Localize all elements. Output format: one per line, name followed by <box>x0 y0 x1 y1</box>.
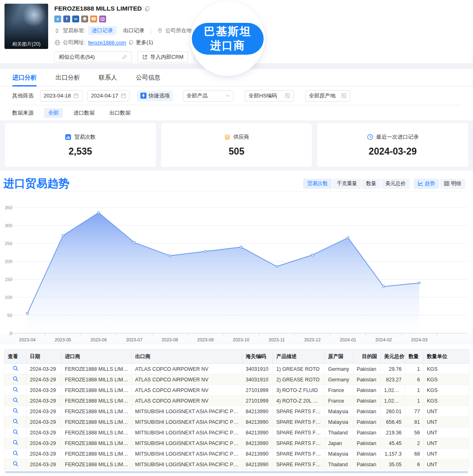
column-header[interactable]: 日期 <box>27 350 62 364</box>
column-header[interactable]: 数量单位 <box>424 350 469 364</box>
trade-tags-label: 贸易标签: <box>63 27 86 34</box>
cell-origin-country: Malaysia <box>325 417 353 427</box>
column-header[interactable]: 进口商 <box>62 350 132 364</box>
company-photo[interactable]: 相关图片(20) <box>4 4 48 49</box>
view-record-button[interactable] <box>4 396 27 406</box>
date-from-input[interactable]: 2023-04-18 <box>40 90 82 102</box>
search-icon <box>13 429 18 435</box>
tab[interactable]: 公司信息 <box>136 69 160 86</box>
cell-importer: FEROZE1888 MILLS LIMITED <box>62 374 132 385</box>
cell-product: SPARE PARTS FOR <box>273 449 325 459</box>
export-record-tag[interactable]: 出口记录 <box>123 27 144 34</box>
cell-origin-country: Thailand <box>325 427 353 438</box>
column-header[interactable]: 目的国 <box>353 350 381 364</box>
import-crm-button[interactable]: 导入内部CRM <box>138 51 188 62</box>
stat-value: 2024-03-29 <box>369 146 417 157</box>
camera-icon[interactable] <box>99 15 106 22</box>
company-header: 相关图片(20) FEROZE1888 MILLS LIMITED e f in… <box>0 0 473 63</box>
cell-usd-total: 656.45 <box>381 417 405 427</box>
column-header[interactable]: 美元总价 <box>381 350 405 364</box>
cell-exporter: ATLAS COPCO AIRPOWER NV <box>132 396 242 406</box>
svg-text:200: 200 <box>5 259 12 264</box>
column-header[interactable]: 海关编码 <box>242 350 273 364</box>
tab[interactable]: 出口分析 <box>56 69 80 86</box>
website-link[interactable]: feroze1888.com <box>88 40 126 46</box>
date-to-input[interactable]: 2024-04-17 <box>87 90 130 102</box>
column-header[interactable]: 出口商 <box>132 350 242 364</box>
trade-records-table: 查看日期进口商出口商海关编码产品描述原产国目的国美元总价数量数量单位 2024-… <box>4 349 469 470</box>
view-record-button[interactable] <box>4 438 27 449</box>
column-header[interactable]: 产品描述 <box>273 350 325 364</box>
svg-text:2023-04: 2023-04 <box>19 337 36 342</box>
svg-text:100: 100 <box>5 295 12 300</box>
import-trend-section: 进口贸易趋势 贸易次数千克重量数量美元总价 趋势 明细 <box>0 171 473 344</box>
search-icon <box>13 440 18 445</box>
stat-label: 供应商 <box>233 133 249 141</box>
trade-tag-icon <box>54 28 60 34</box>
view-record-button[interactable] <box>4 385 27 396</box>
hs-code-select[interactable]: 全部HS编码 <box>245 90 294 102</box>
data-source-option[interactable]: 进口数据 <box>69 108 99 118</box>
product-select[interactable]: 全部产品 <box>183 90 233 102</box>
view-record-button[interactable] <box>4 427 27 438</box>
cell-importer: FEROZE1888 MILLS LIMITED <box>62 417 132 427</box>
view-record-button[interactable] <box>4 406 27 417</box>
cell-date: 2024-03-29 <box>27 396 62 406</box>
metric-button[interactable]: 美元总价 <box>381 179 410 189</box>
cell-quantity-unit: KGS <box>424 385 469 396</box>
cell-destination-country: Pakistan <box>353 417 381 427</box>
search-icon <box>13 408 18 414</box>
column-header[interactable]: 原产国 <box>325 350 353 364</box>
linkedin-icon[interactable]: in <box>72 15 79 22</box>
horizontal-scrollbar[interactable] <box>5 471 468 473</box>
social-icons: e f in ☎ <box>54 15 473 22</box>
search-icon <box>13 365 18 371</box>
line-chart-icon <box>418 181 423 186</box>
cell-destination-country: Pakistan <box>353 459 381 470</box>
cell-exporter: ATLAS COPCO AIRPOWER NV <box>132 374 242 385</box>
cell-origin-country: Germany <box>325 364 353 374</box>
other-filters-label[interactable]: 其他筛选 <box>12 92 33 100</box>
cell-exporter: MITSUBISHI LOGISNEXT ASIA PACIFIC PTE. L… <box>132 438 242 449</box>
cell-usd-total: 35.05 <box>381 459 405 470</box>
detail-view-button[interactable]: 明细 <box>440 179 465 189</box>
copy-icon[interactable] <box>129 40 133 45</box>
copy-icon[interactable] <box>144 6 150 11</box>
origin-select[interactable]: 全部原产地 <box>305 90 350 102</box>
svg-text:50: 50 <box>7 313 12 318</box>
svg-text:2023-08: 2023-08 <box>162 337 178 342</box>
printer-icon[interactable] <box>81 15 88 22</box>
metric-button[interactable]: 贸易次数 <box>303 179 332 189</box>
similar-companies-button[interactable]: 相似公司名(54) <box>54 51 132 62</box>
phone-icon[interactable]: ☎ <box>90 15 97 22</box>
cell-destination-country: Pakistan <box>353 449 381 459</box>
view-record-button[interactable] <box>4 449 27 459</box>
svg-text:250: 250 <box>5 241 12 246</box>
tab[interactable]: 进口分析 <box>12 69 37 86</box>
data-source-option[interactable]: 全部 <box>44 108 63 118</box>
column-header[interactable]: 查看 <box>4 350 27 364</box>
trend-chart-svg: 0501001502002503003502023-042023-052023-… <box>0 191 473 344</box>
view-record-button[interactable] <box>4 459 27 470</box>
metric-button[interactable]: 数量 <box>362 179 380 189</box>
metric-button[interactable]: 千克重量 <box>333 179 361 189</box>
quick-options-button[interactable]: 快捷选项 <box>137 91 173 101</box>
cell-quantity: 1 <box>405 396 424 406</box>
view-record-button[interactable] <box>4 374 27 385</box>
badge-role: 进口商 <box>192 39 264 53</box>
cell-usd-total: 219.36 <box>381 427 405 438</box>
tab[interactable]: 联系人 <box>99 69 117 86</box>
facebook-icon[interactable]: f <box>63 15 70 22</box>
search-icon <box>13 450 18 456</box>
browser-icon[interactable]: e <box>54 15 61 22</box>
svg-text:2023-06: 2023-06 <box>90 337 107 342</box>
import-record-tag[interactable]: 进口记录 <box>88 26 117 35</box>
view-record-button[interactable] <box>4 417 27 427</box>
trend-view-button[interactable]: 趋势 <box>414 179 439 189</box>
cell-quantity-unit: KGS <box>424 396 469 406</box>
column-header[interactable]: 数量 <box>405 350 424 364</box>
view-record-button[interactable] <box>4 364 27 374</box>
data-source-option[interactable]: 出口数据 <box>105 108 135 118</box>
cell-date: 2024-03-29 <box>27 427 62 438</box>
more-websites-link[interactable]: 更多(1) <box>136 39 153 46</box>
